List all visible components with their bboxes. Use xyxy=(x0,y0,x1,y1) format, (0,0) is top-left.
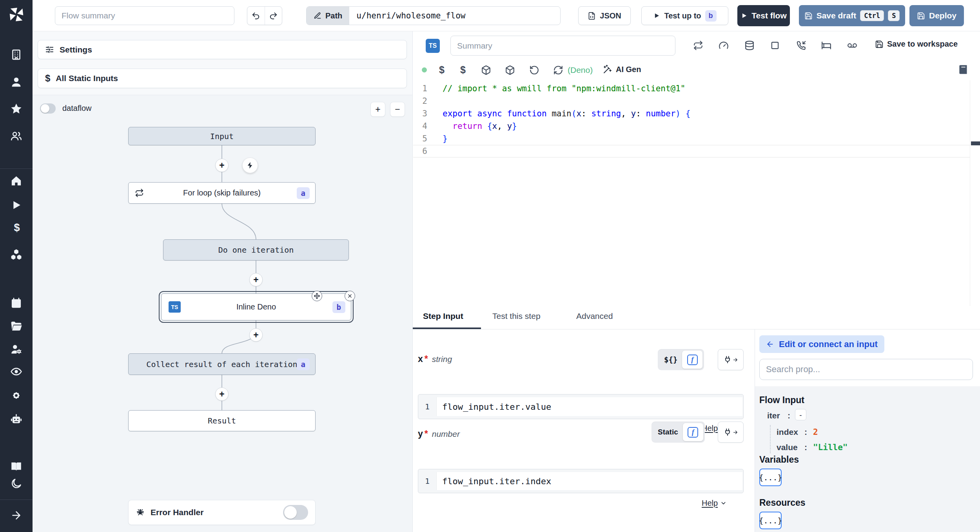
resources-expand-button[interactable]: {...} xyxy=(759,512,782,529)
mode-javascript-option[interactable]: f xyxy=(683,423,703,441)
x-expression-value[interactable]: flow_input.iter.value xyxy=(436,397,742,416)
app-sidebar: $ xyxy=(0,0,33,532)
groups-admin-icon[interactable] xyxy=(10,343,22,355)
flow-node-forloop[interactable]: For loop (skip failures) a xyxy=(128,182,316,204)
reload-refresh-icon[interactable] xyxy=(553,65,563,75)
code-editor[interactable]: // import * as wmill from "npm:windmill-… xyxy=(443,82,690,157)
sleep-bed-icon[interactable] xyxy=(821,40,831,51)
cache-database-icon[interactable] xyxy=(744,40,755,51)
favorites-star-icon[interactable] xyxy=(10,103,22,115)
mode-static-option[interactable]: Static xyxy=(653,428,683,436)
save-to-workspace-button[interactable]: Save to workspace xyxy=(875,40,958,49)
x-input-mode-toggle[interactable]: ${} f xyxy=(658,349,704,370)
static-inputs-dollar-icon[interactable]: $ xyxy=(439,64,445,76)
redo-button[interactable] xyxy=(265,7,282,25)
dataflow-toggle[interactable] xyxy=(40,103,56,114)
library-book-icon[interactable] xyxy=(958,64,969,75)
tab-step-input[interactable]: Step Input xyxy=(423,311,463,321)
flow-node-inline-deno-selected[interactable]: TS Inline Deno b xyxy=(161,293,351,320)
x-connect-plug-button[interactable] xyxy=(718,349,744,370)
move-node-handle[interactable] xyxy=(312,291,322,301)
collapse-arrow-icon[interactable] xyxy=(10,509,22,521)
workspace-icon[interactable] xyxy=(10,49,22,61)
save-draft-button[interactable]: Save draft Ctrl S xyxy=(799,5,905,26)
tree-value-value[interactable]: "Lille" xyxy=(813,443,848,452)
tree-key-value[interactable]: value xyxy=(777,443,798,452)
undo-button[interactable] xyxy=(247,7,265,25)
runs-play-icon[interactable] xyxy=(10,199,22,211)
error-handler-toggle[interactable] xyxy=(283,505,308,520)
json-button[interactable]: JSON xyxy=(578,6,631,25)
add-step-button[interactable]: + xyxy=(215,387,229,401)
variables-dollar-icon[interactable]: $ xyxy=(11,222,23,234)
tab-advanced[interactable]: Advanced xyxy=(576,311,613,321)
flow-summary-input[interactable] xyxy=(55,6,234,25)
add-step-button[interactable]: + xyxy=(215,159,229,172)
flow-settings-button[interactable]: Settings xyxy=(38,40,407,59)
flow-node-result[interactable]: Result xyxy=(128,410,316,431)
y-connect-plug-button[interactable] xyxy=(718,422,744,443)
tree-key-iter[interactable]: iter xyxy=(767,411,780,420)
zoom-out-button[interactable]: − xyxy=(390,102,405,117)
resources-boxes-icon[interactable] xyxy=(10,248,22,261)
undo-icon xyxy=(251,11,260,20)
reset-rotate-ccw-icon[interactable] xyxy=(529,65,539,75)
collapse-iter-button[interactable]: - xyxy=(795,409,806,420)
deploy-button[interactable]: Deploy xyxy=(909,5,964,26)
schedules-calendar-icon[interactable] xyxy=(10,297,22,309)
folders-icon[interactable] xyxy=(10,320,22,332)
zoom-in-button[interactable]: + xyxy=(370,102,385,117)
audit-eye-icon[interactable] xyxy=(10,366,22,378)
mode-javascript-option[interactable]: f xyxy=(682,351,702,369)
flow-node-do-one-iteration[interactable]: Do one iteration xyxy=(163,239,349,261)
voicemail-icon[interactable] xyxy=(847,40,857,51)
package-icon[interactable] xyxy=(505,65,515,75)
flow-node-input[interactable]: Input xyxy=(128,127,316,145)
variables-expand-button[interactable]: {...} xyxy=(759,469,782,486)
tree-key-index[interactable]: index xyxy=(777,427,798,437)
trigger-bolt-button[interactable] xyxy=(242,157,258,173)
y-help-link[interactable]: Help xyxy=(702,499,727,508)
docs-book-icon[interactable] xyxy=(10,461,22,473)
home-icon[interactable] xyxy=(10,175,22,187)
retry-repeat-icon[interactable] xyxy=(693,40,703,51)
groups-icon[interactable] xyxy=(10,130,22,142)
x-expression-editor[interactable]: 1 flow_input.iter.value xyxy=(418,394,744,419)
search-prop-input[interactable] xyxy=(759,359,973,380)
y-input-mode-toggle[interactable]: Static f xyxy=(652,422,705,443)
vertical-divider[interactable] xyxy=(412,31,413,532)
path-value[interactable]: u/henri/wholesome_flow xyxy=(349,7,560,25)
suspend-phone-incoming-icon[interactable] xyxy=(796,40,806,51)
dataflow-label: dataflow xyxy=(62,104,92,113)
dark-mode-moon-icon[interactable] xyxy=(10,478,22,490)
horizontal-divider[interactable] xyxy=(412,329,980,329)
mode-template-option[interactable]: ${} xyxy=(659,355,682,364)
flow-node-collect-results[interactable]: Collect result of each iteration a xyxy=(128,353,316,375)
tree-value-index[interactable]: 2 xyxy=(813,427,818,437)
line-number: 1 xyxy=(418,394,436,419)
step-summary-input[interactable] xyxy=(450,36,675,56)
all-static-inputs-button[interactable]: $ All Static Inputs xyxy=(38,69,407,88)
path-control[interactable]: Path u/henri/wholesome_flow xyxy=(306,6,561,25)
settings-gear-icon[interactable] xyxy=(10,389,22,402)
y-expression-value[interactable]: flow_input.iter.index xyxy=(436,472,742,490)
early-stop-gauge-icon[interactable] xyxy=(719,40,729,51)
y-expression-editor[interactable]: 1 flow_input.iter.index xyxy=(418,469,744,493)
user-icon[interactable] xyxy=(10,76,22,88)
add-step-button[interactable]: + xyxy=(249,273,263,286)
edit-or-connect-button[interactable]: Edit or connect an input xyxy=(759,335,884,353)
toggle-knob xyxy=(41,104,49,113)
arrow-right-icon xyxy=(733,357,739,363)
variables-dollar-icon[interactable]: $ xyxy=(460,64,466,76)
add-step-button[interactable]: + xyxy=(249,328,263,342)
tab-test-this-step[interactable]: Test this step xyxy=(492,311,541,321)
package-icon[interactable] xyxy=(481,65,491,75)
ai-gen-button[interactable]: AI Gen xyxy=(603,65,641,74)
mock-square-icon[interactable] xyxy=(770,40,780,51)
delete-node-button[interactable] xyxy=(345,291,355,301)
test-up-to-button[interactable]: Test up to b xyxy=(641,6,728,25)
required-asterisk: * xyxy=(425,429,428,439)
ai-robot-icon[interactable] xyxy=(10,413,22,425)
windmill-logo-icon[interactable] xyxy=(7,5,25,24)
test-flow-button[interactable]: Test flow xyxy=(737,5,790,26)
